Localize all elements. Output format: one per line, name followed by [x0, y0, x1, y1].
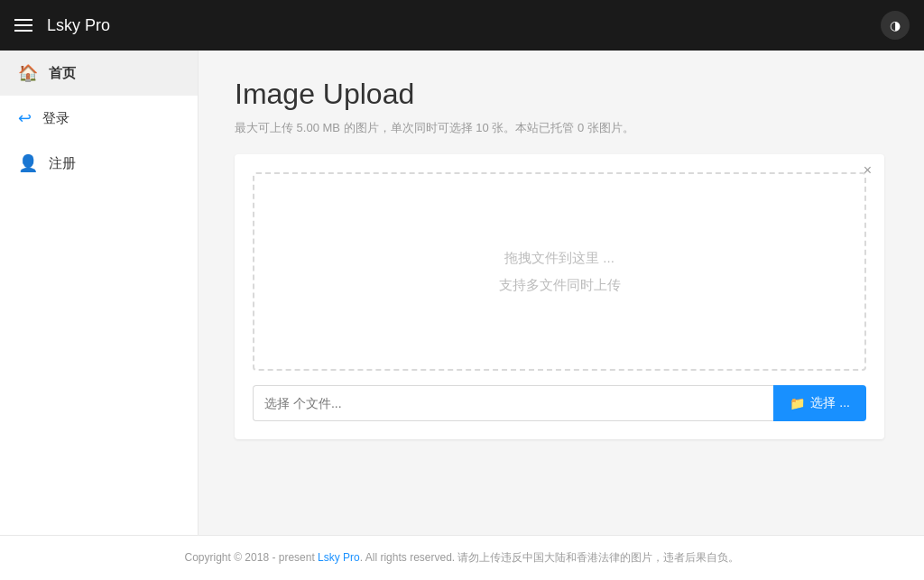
select-button-label: 选择 ...	[810, 395, 850, 411]
file-text-input[interactable]	[253, 385, 773, 421]
topbar: Lsky Pro ◑	[0, 0, 924, 51]
home-icon: 🏠	[18, 63, 38, 83]
topbar-left: Lsky Pro	[14, 16, 110, 35]
theme-toggle-button[interactable]: ◑	[881, 11, 910, 40]
upload-card: × 拖拽文件到这里 ... 支持多文件同时上传 📁 选择 ...	[235, 154, 884, 439]
sidebar-label-home: 首页	[49, 65, 76, 82]
dropzone-line2: 支持多文件同时上传	[499, 272, 621, 299]
footer-text-before: Copyright © 2018 - present	[185, 551, 319, 564]
layout: 🏠 首页 ↩ 登录 👤 注册 Image Upload 最大可上传 5.00 M…	[0, 51, 924, 535]
page-title: Image Upload	[235, 78, 888, 111]
dropzone[interactable]: 拖拽文件到这里 ... 支持多文件同时上传	[253, 172, 866, 371]
select-file-button[interactable]: 📁 选择 ...	[773, 385, 866, 421]
upload-subtitle: 最大可上传 5.00 MB 的图片，单次同时可选择 10 张。本站已托管 0 张…	[235, 120, 888, 136]
sidebar-item-home[interactable]: 🏠 首页	[0, 51, 198, 96]
dropzone-line1: 拖拽文件到这里 ...	[504, 244, 614, 272]
main-content: Image Upload 最大可上传 5.00 MB 的图片，单次同时可选择 1…	[199, 51, 924, 535]
file-input-row: 📁 选择 ...	[253, 385, 866, 421]
sidebar-label-login: 登录	[42, 110, 69, 127]
upload-icon: 📁	[790, 396, 805, 410]
footer-text-after: . All rights reserved. 请勿上传违反中国大陆和香港法律的图…	[360, 551, 740, 564]
register-icon: 👤	[18, 153, 38, 173]
footer: Copyright © 2018 - present Lsky Pro. All…	[0, 535, 924, 580]
sidebar: 🏠 首页 ↩ 登录 👤 注册	[0, 51, 199, 535]
sidebar-label-register: 注册	[49, 155, 76, 172]
hamburger-icon[interactable]	[14, 19, 32, 32]
close-button[interactable]: ×	[864, 163, 872, 178]
footer-link[interactable]: Lsky Pro	[318, 551, 360, 564]
sidebar-item-login[interactable]: ↩ 登录	[0, 96, 198, 141]
login-icon: ↩	[18, 108, 32, 128]
app-title: Lsky Pro	[47, 16, 110, 35]
sidebar-item-register[interactable]: 👤 注册	[0, 141, 198, 186]
moon-icon: ◑	[890, 18, 901, 32]
